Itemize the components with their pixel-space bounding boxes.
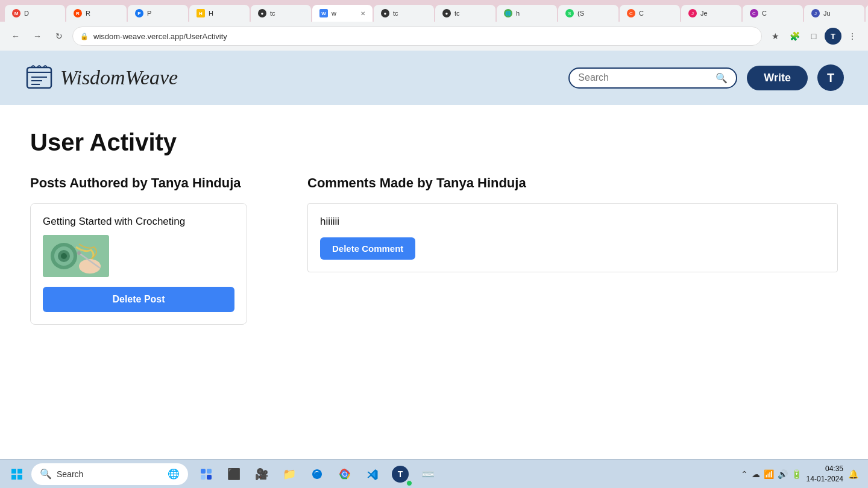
profile-icon[interactable]: T bbox=[825, 28, 841, 45]
write-button[interactable]: Write bbox=[747, 66, 808, 90]
tab-h-label: H bbox=[209, 10, 213, 17]
tab-gh2-label: tc bbox=[393, 10, 398, 17]
tab-globe1[interactable]: 🌐 h bbox=[497, 5, 557, 22]
posts-section-title: Posts Authored by Tanya Hinduja bbox=[30, 175, 283, 191]
tab-gh3[interactable]: ● tc bbox=[435, 5, 495, 22]
tab-c2[interactable]: C C bbox=[743, 5, 803, 22]
header-actions: 🔍 Write T bbox=[568, 64, 844, 91]
app-content-area: WisdomWeave 🔍 Write T User Activity Post… bbox=[0, 51, 868, 429]
lock-icon: 🔒 bbox=[80, 33, 89, 40]
url-text: wisdom-weave.vercel.app/UserActivity bbox=[93, 32, 227, 41]
menu-icon[interactable]: ⋮ bbox=[844, 28, 861, 45]
tab-close-icon[interactable]: ✕ bbox=[360, 10, 365, 17]
tab-c[interactable]: C C bbox=[620, 5, 680, 22]
extensions-icon[interactable]: 🧩 bbox=[786, 28, 803, 45]
header-search-box[interactable]: 🔍 bbox=[568, 67, 737, 89]
reload-button[interactable]: ↻ bbox=[51, 28, 68, 45]
tab-gmail-label: D bbox=[24, 10, 29, 17]
two-column-layout: Posts Authored by Tanya Hinduja Getting … bbox=[30, 175, 838, 325]
header-search-input[interactable] bbox=[578, 72, 711, 83]
back-button[interactable]: ← bbox=[7, 28, 24, 45]
page-title: User Activity bbox=[30, 129, 838, 156]
tab-ju-label: Ju bbox=[823, 10, 831, 17]
main-content: User Activity Posts Authored by Tanya Hi… bbox=[0, 105, 868, 349]
delete-comment-button[interactable]: Delete Comment bbox=[320, 237, 415, 260]
tab-s5-label: (S bbox=[577, 10, 584, 17]
post-image bbox=[43, 235, 109, 277]
url-bar[interactable]: 🔒 wisdom-weave.vercel.app/UserActivity bbox=[72, 27, 762, 46]
svg-point-9 bbox=[61, 253, 67, 259]
tab-h[interactable]: H H bbox=[189, 5, 250, 22]
logo-area: WisdomWeave bbox=[24, 63, 556, 93]
browser-window: M D R R P P H H ● tc W w ✕ ● tc ● bbox=[0, 0, 868, 459]
tab-c-label: C bbox=[639, 10, 644, 17]
tab-gmail[interactable]: M D bbox=[5, 5, 65, 22]
search-icon[interactable]: 🔍 bbox=[715, 72, 728, 84]
comment-card: hiiiiii Delete Comment bbox=[307, 203, 838, 272]
tab-wisdom-label: w bbox=[332, 10, 336, 17]
url-bar-row: ← → ↻ 🔒 wisdom-weave.vercel.app/UserActi… bbox=[0, 22, 868, 51]
tab-gh3-label: tc bbox=[454, 10, 460, 17]
svg-rect-11 bbox=[81, 261, 85, 270]
bookmark-icon[interactable]: ★ bbox=[767, 28, 784, 45]
comments-section: Comments Made by Tanya Hinduja hiiiiii D… bbox=[307, 175, 838, 272]
tab-p[interactable]: P P bbox=[128, 5, 188, 22]
tab-s5[interactable]: S (S bbox=[558, 5, 618, 22]
delete-post-button[interactable]: Delete Post bbox=[43, 287, 234, 312]
post-card: Getting Started with Crocheting bbox=[30, 203, 247, 325]
tab-bar: M D R R P P H H ● tc W w ✕ ● tc ● bbox=[0, 0, 868, 22]
tab-gh2[interactable]: ● tc bbox=[374, 5, 434, 22]
tab-je-label: Je bbox=[700, 10, 708, 17]
svg-rect-12 bbox=[86, 260, 90, 270]
tab-gh-label: tc bbox=[270, 10, 275, 17]
tab-r-label: R bbox=[86, 10, 90, 17]
app-header: WisdomWeave 🔍 Write T bbox=[0, 51, 868, 105]
tab-p-label: P bbox=[147, 10, 151, 17]
post-title: Getting Started with Crocheting bbox=[43, 216, 234, 228]
tab-ji[interactable]: J Ji bbox=[866, 5, 868, 22]
tab-c2-label: C bbox=[762, 10, 767, 17]
tab-r[interactable]: R R bbox=[66, 5, 127, 22]
forward-button[interactable]: → bbox=[29, 28, 46, 45]
logo-icon bbox=[24, 63, 54, 93]
tab-wisdom[interactable]: W w ✕ bbox=[312, 5, 373, 22]
post-image-inner bbox=[43, 235, 109, 277]
svg-point-16 bbox=[77, 251, 81, 255]
tab-je[interactable]: J Je bbox=[681, 5, 741, 22]
tab-globe1-label: h bbox=[516, 10, 520, 17]
avatar[interactable]: T bbox=[817, 64, 844, 91]
comments-section-title: Comments Made by Tanya Hinduja bbox=[307, 175, 838, 191]
tab-ju[interactable]: J Ju bbox=[804, 5, 864, 22]
sidebar-icon[interactable]: □ bbox=[805, 28, 822, 45]
comment-text: hiiiiii bbox=[320, 216, 825, 228]
tab-gh[interactable]: ● tc bbox=[251, 5, 311, 22]
posts-section: Posts Authored by Tanya Hinduja Getting … bbox=[30, 175, 283, 325]
browser-actions: ★ 🧩 □ T ⋮ bbox=[767, 28, 861, 45]
logo-text: WisdomWeave bbox=[60, 66, 178, 89]
